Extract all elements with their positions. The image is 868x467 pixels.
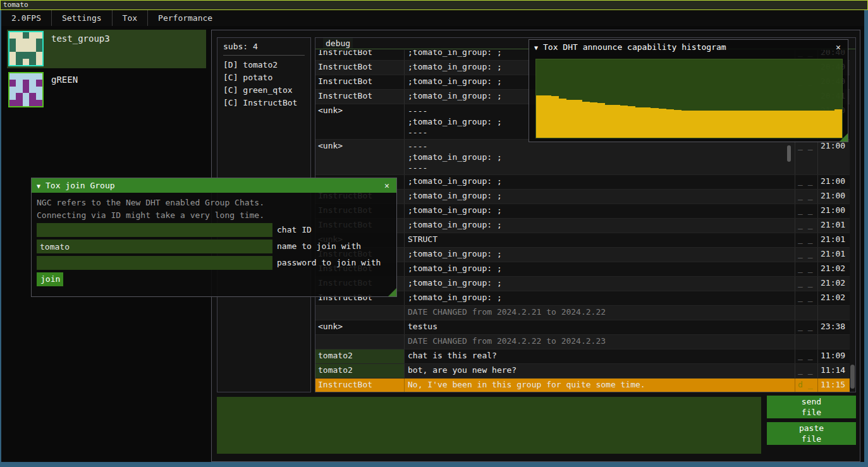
histogram-bar <box>719 111 727 138</box>
window-titlebar[interactable]: tomato <box>0 0 868 10</box>
avatar-pixel <box>29 32 35 39</box>
avatar-pixel <box>36 32 42 39</box>
avatar-pixel <box>36 73 42 80</box>
message-timestamp: 21:02 <box>817 277 850 291</box>
avatar-pixel <box>36 93 42 99</box>
chat-id-field[interactable] <box>37 223 272 237</box>
message-status-flags: _ _ <box>795 262 817 276</box>
histogram-bar <box>743 111 750 138</box>
message-timestamp: 21:01 <box>817 233 850 247</box>
close-icon[interactable]: ✕ <box>381 178 393 193</box>
avatar-pixel <box>36 80 42 86</box>
message-timestamp <box>817 335 850 349</box>
message-status-flags: _ _ <box>795 175 817 189</box>
chat-scrollbar[interactable] <box>850 50 855 392</box>
join-button[interactable]: join <box>37 272 63 286</box>
message-text: ;tomato_in_group: ; <box>404 248 795 262</box>
member-potato[interactable]: [C] potato <box>223 71 305 84</box>
chat-message-row[interactable]: <unk>----;tomato_in_group: ;----_ _21:00 <box>315 140 850 175</box>
chat-message-row[interactable]: tomato2chat is this real?_ _11:09 <box>315 349 850 364</box>
message-mini-scrollbar[interactable] <box>787 145 791 162</box>
histogram-bar <box>750 111 758 138</box>
avatar-pixel <box>36 52 42 58</box>
message-timestamp <box>817 306 850 320</box>
chat-message-row[interactable]: tomato2bot, are you new here?_ _11:14 <box>315 364 850 379</box>
window-title: tomato <box>3 1 28 9</box>
avatar-pixel <box>36 59 42 65</box>
avatar-pixel <box>29 93 35 99</box>
histogram-bar <box>796 111 804 138</box>
chat-scrollbar-thumb[interactable] <box>850 365 855 389</box>
message-status-flags: _ _ <box>795 140 817 174</box>
avatar-pixel <box>29 39 35 45</box>
date-separator-row[interactable]: DATE CHANGED from 2024.2.22 to 2024.2.23 <box>315 335 850 349</box>
message-timestamp: 21:00 <box>817 140 850 174</box>
collapse-arrow-icon[interactable]: ▼ <box>37 183 40 190</box>
avatar-pixel <box>9 80 16 86</box>
dht-histogram-title: Tox DHT announce capability histogram <box>543 42 726 52</box>
menu-item-20fps[interactable]: 2.0FPS <box>1 10 52 26</box>
histogram-bar <box>544 95 551 138</box>
resize-grip[interactable] <box>388 288 396 296</box>
member-tomato2[interactable]: [D] tomato2 <box>223 59 305 71</box>
message-text: testus <box>404 320 795 334</box>
join-password-field[interactable] <box>37 256 272 270</box>
join-group-titlebar[interactable]: ▼Tox join Group ✕ <box>32 178 396 193</box>
avatar-pixel <box>29 87 35 93</box>
avatar-pixel <box>23 52 29 58</box>
date-separator-row[interactable]: DATE CHANGED from 2024.2.21 to 2024.2.22 <box>315 306 850 320</box>
menu-item-settings[interactable]: Settings <box>52 10 113 26</box>
histogram-bar <box>674 110 682 138</box>
dht-histogram-titlebar[interactable]: ▼Tox DHT announce capability histogram ✕ <box>529 40 848 55</box>
tab-debug[interactable]: debug <box>323 38 353 49</box>
message-timestamp: 11:09 <box>817 349 850 363</box>
avatar-pixel <box>23 73 29 80</box>
collapse-arrow-icon[interactable]: ▼ <box>534 44 538 51</box>
join-group-title: Tox join Group <box>46 181 115 190</box>
member-green_qtox[interactable]: [C] green_qtox <box>223 84 305 97</box>
avatar-pixel <box>23 39 29 45</box>
message-sender: InstructBot <box>315 379 404 392</box>
histogram-bar <box>551 96 559 138</box>
avatar-pixel <box>9 59 16 65</box>
avatar-pixel <box>9 73 16 80</box>
message-timestamp: 21:02 <box>817 262 850 276</box>
message-text: ;tomato_in_group: ; <box>404 219 795 233</box>
histogram-bar <box>574 100 582 138</box>
send-file-button[interactable]: send file <box>767 396 856 418</box>
message-status-flags: _ _ <box>795 204 817 218</box>
group-name: gREEN <box>51 75 78 85</box>
avatar-pixel <box>23 59 29 65</box>
message-timestamp: 11:14 <box>817 364 850 378</box>
avatar-pixel <box>9 87 16 93</box>
message-timestamp: 11:15 <box>817 379 850 392</box>
chat-message-row[interactable]: <unk>testus_ _23:38 <box>315 320 850 335</box>
chat-message-row[interactable]: InstructBotNo, I've been in this group f… <box>315 379 850 392</box>
group-row-green[interactable]: gREEN <box>7 71 206 109</box>
histogram-bar <box>804 111 811 138</box>
message-status-flags: _ _ <box>795 320 817 334</box>
menu-item-performance[interactable]: Performance <box>148 10 223 26</box>
avatar-pixel <box>23 45 29 52</box>
group-row-test_group3[interactable]: test_group3 <box>7 30 206 68</box>
member-list: [D] tomato2[C] potato[C] green_qtox[C] I… <box>223 59 305 109</box>
histogram-bar <box>651 108 658 138</box>
avatar-pixel <box>16 93 22 99</box>
close-icon[interactable]: ✕ <box>833 40 844 54</box>
dht-histogram-plot[interactable] <box>535 59 843 138</box>
avatar-pixel <box>9 52 16 58</box>
message-input[interactable] <box>217 397 761 454</box>
resize-grip[interactable] <box>840 133 848 142</box>
histogram-bar <box>704 111 712 138</box>
paste-file-button[interactable]: paste file <box>767 422 856 445</box>
menu-item-tox[interactable]: Tox <box>113 10 148 26</box>
member-instructbot[interactable]: [C] InstructBot <box>223 97 305 109</box>
message-status-flags: _ _ <box>795 349 817 363</box>
message-sender: InstructBot <box>315 61 404 75</box>
histogram-bar <box>643 107 651 138</box>
chat-id-label: chat ID <box>277 223 312 237</box>
message-status-flags: _ _ <box>795 219 817 233</box>
join-name-field[interactable] <box>37 240 272 253</box>
avatar-pixel <box>29 59 35 65</box>
message-sender: tomato2 <box>315 349 404 363</box>
